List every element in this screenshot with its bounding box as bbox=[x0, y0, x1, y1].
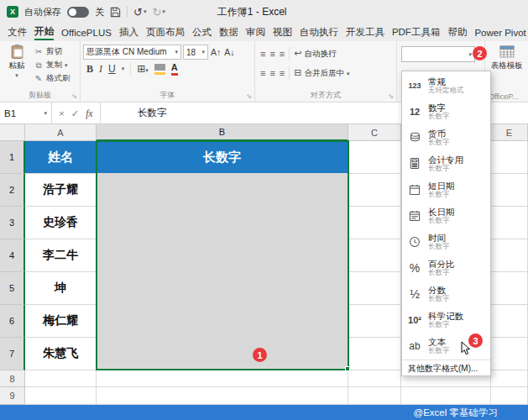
cell-b4[interactable] bbox=[97, 239, 348, 272]
align-left-icon[interactable]: ≡ bbox=[260, 68, 265, 78]
cell-b1[interactable]: 长数字 bbox=[97, 141, 348, 174]
cell-b9[interactable] bbox=[97, 387, 348, 405]
font-color-button[interactable]: A bbox=[171, 62, 178, 75]
cell-c1[interactable] bbox=[348, 141, 401, 174]
tab-pdf-tools[interactable]: PDF工具箱 bbox=[392, 26, 441, 39]
wrap-text-button[interactable]: ↩ 自动换行 bbox=[294, 48, 336, 60]
row-header-8[interactable]: 8 bbox=[0, 370, 25, 387]
fill-handle[interactable] bbox=[345, 366, 350, 371]
col-header-a[interactable]: A bbox=[25, 124, 97, 141]
tab-help[interactable]: 帮助 bbox=[447, 26, 467, 39]
cell-a6[interactable]: 梅仁耀 bbox=[25, 305, 97, 338]
cell-e8[interactable] bbox=[491, 370, 528, 387]
cell-a7[interactable]: 朱慧飞 bbox=[25, 338, 97, 370]
number-format-combobox[interactable]: ▾ bbox=[401, 46, 475, 62]
tab-power-pivot[interactable]: Power Pivot bbox=[474, 28, 525, 38]
decrease-font-size-button[interactable]: A↓ bbox=[223, 47, 235, 57]
cell-e3[interactable] bbox=[491, 207, 528, 239]
align-bottom-icon[interactable]: ≡ bbox=[280, 49, 285, 59]
cell-b5[interactable] bbox=[97, 272, 348, 305]
save-button[interactable] bbox=[110, 7, 121, 18]
cell-c2[interactable] bbox=[348, 174, 401, 207]
increase-font-size-button[interactable]: A↑ bbox=[210, 47, 222, 57]
cell-e7[interactable] bbox=[491, 338, 528, 370]
format-option-short-date[interactable]: 短日期长数字 bbox=[402, 176, 490, 202]
tab-file[interactable]: 文件 bbox=[8, 26, 27, 39]
tab-page-layout[interactable]: 页面布局 bbox=[146, 26, 185, 39]
align-right-icon[interactable]: ≡ bbox=[280, 68, 285, 78]
paste-button[interactable]: 粘贴 ▾ bbox=[2, 44, 32, 84]
cell-d9[interactable] bbox=[401, 387, 491, 405]
tab-insert[interactable]: 插入 bbox=[119, 26, 139, 39]
select-all-corner[interactable] bbox=[0, 124, 25, 141]
borders-button[interactable]: ⊞▾ bbox=[137, 63, 149, 75]
copy-button[interactable]: ⧉复制▾ bbox=[34, 60, 71, 71]
cell-c3[interactable] bbox=[348, 207, 401, 239]
tab-view[interactable]: 视图 bbox=[273, 26, 292, 39]
row-header-9[interactable]: 9 bbox=[0, 387, 25, 405]
cell-b7[interactable] bbox=[97, 338, 348, 370]
cell-e5[interactable] bbox=[491, 272, 528, 305]
table-template-button[interactable]: 表格模板 bbox=[485, 45, 528, 71]
font-size-combobox[interactable]: 18▾ bbox=[183, 45, 208, 60]
col-header-e[interactable]: E bbox=[491, 124, 528, 141]
cell-b6[interactable] bbox=[97, 305, 348, 338]
row-header-6[interactable]: 6 bbox=[0, 305, 25, 338]
format-option-long-date[interactable]: 长日期长数字 bbox=[402, 202, 490, 228]
row-header-2[interactable]: 2 bbox=[0, 174, 25, 207]
tab-data[interactable]: 数据 bbox=[219, 26, 238, 39]
cell-b8[interactable] bbox=[97, 370, 348, 387]
more-number-formats-option[interactable]: 其他数字格式(M)... bbox=[402, 360, 490, 376]
tab-automate[interactable]: 自动执行 bbox=[300, 26, 338, 39]
tab-developer[interactable]: 开发工具 bbox=[346, 26, 384, 39]
cell-c9[interactable] bbox=[348, 387, 401, 405]
redo-button[interactable]: ↻▾ bbox=[152, 6, 165, 18]
cell-a2[interactable]: 浩子耀 bbox=[25, 174, 97, 207]
row-header-4[interactable]: 4 bbox=[0, 239, 25, 272]
col-header-b[interactable]: B bbox=[97, 124, 348, 141]
format-option-number[interactable]: 12 数字长数字 bbox=[402, 98, 490, 124]
cell-a3[interactable]: 史珍香 bbox=[25, 207, 97, 239]
insert-function-button[interactable]: fx bbox=[86, 108, 92, 118]
underline-button[interactable]: U bbox=[108, 63, 116, 75]
format-option-percentage[interactable]: % 百分比长数字 bbox=[402, 255, 490, 281]
row-header-3[interactable]: 3 bbox=[0, 207, 25, 239]
cell-e2[interactable] bbox=[491, 174, 528, 207]
formula-input[interactable]: 长数字 bbox=[101, 102, 167, 123]
italic-button[interactable]: I bbox=[99, 63, 102, 76]
format-option-general[interactable]: 123 常规无特定格式 bbox=[402, 72, 490, 98]
align-center-icon[interactable]: ≡ bbox=[269, 68, 274, 78]
row-header-1[interactable]: 1 bbox=[0, 141, 25, 174]
enter-button[interactable]: ✓ bbox=[71, 108, 80, 119]
cell-b2[interactable] bbox=[97, 174, 348, 207]
tab-officeplus[interactable]: OfficePLUS bbox=[61, 28, 112, 38]
cell-a5[interactable]: 坤 bbox=[25, 272, 97, 305]
format-option-time[interactable]: 时间长数字 bbox=[402, 228, 490, 255]
row-header-5[interactable]: 5 bbox=[0, 272, 25, 305]
row-header-7[interactable]: 7 bbox=[0, 338, 25, 370]
cell-e4[interactable] bbox=[491, 239, 528, 272]
format-painter-button[interactable]: ✎格式刷 bbox=[34, 73, 71, 84]
merge-center-button[interactable]: ⊟ 合并后居中 ▾ bbox=[294, 67, 349, 79]
format-option-scientific[interactable]: 10² 科学记数长数字 bbox=[402, 307, 490, 333]
align-top-icon[interactable]: ≡ bbox=[260, 49, 265, 59]
cut-button[interactable]: ✂剪切 bbox=[34, 46, 71, 57]
name-box[interactable]: B1 ▾ bbox=[0, 102, 52, 123]
format-option-fraction[interactable]: ½ 分数长数字 bbox=[402, 281, 490, 307]
cell-e9[interactable] bbox=[491, 387, 528, 405]
cancel-button[interactable]: × bbox=[59, 108, 65, 118]
cell-e1[interactable] bbox=[491, 141, 528, 174]
cell-c4[interactable] bbox=[348, 239, 401, 272]
bold-button[interactable]: B bbox=[86, 63, 93, 76]
fill-color-button[interactable] bbox=[154, 64, 165, 75]
dialog-launcher-icon[interactable]: ⇘ bbox=[246, 92, 252, 100]
cell-c7[interactable] bbox=[348, 338, 401, 370]
cell-a4[interactable]: 李二牛 bbox=[25, 239, 97, 272]
col-header-c[interactable]: C bbox=[348, 124, 401, 141]
tab-formulas[interactable]: 公式 bbox=[192, 26, 212, 39]
cell-a9[interactable] bbox=[25, 387, 97, 405]
dialog-launcher-icon[interactable]: ⇘ bbox=[71, 92, 77, 100]
autosave-toggle[interactable] bbox=[67, 7, 89, 18]
cell-c8[interactable] bbox=[348, 370, 401, 387]
format-option-accounting[interactable]: 会计专用长数字 bbox=[402, 150, 490, 176]
